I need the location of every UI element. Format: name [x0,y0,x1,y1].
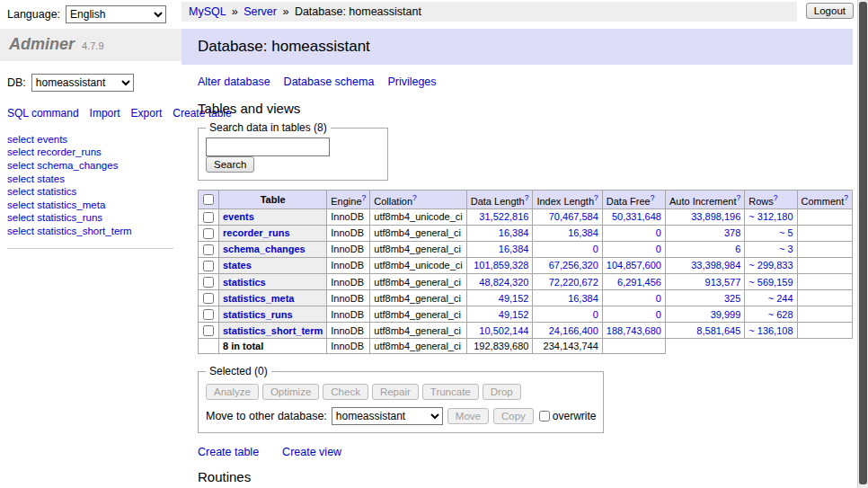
logout-button[interactable]: Logout [806,3,854,19]
data-length-link[interactable]: 48,824,320 [479,277,528,288]
index-length-link[interactable]: 24,166,400 [549,325,598,336]
data-free-link[interactable]: 0 [656,244,661,254]
rows-link[interactable]: ~ 299,833 [748,260,793,271]
breadcrumb-server-link[interactable]: Server [244,5,277,18]
auto-increment-link[interactable]: 378 [724,227,740,238]
row-checkbox[interactable] [203,325,214,336]
scrollbar-thumb[interactable] [859,2,867,484]
overwrite-checkbox[interactable] [539,411,550,421]
sidebar-select-schema-changes-link[interactable]: select schema_changes [7,160,118,171]
check-button[interactable]: Check [323,384,368,400]
analyze-button[interactable]: Analyze [206,384,259,400]
sidebar-select-statistics-link[interactable]: select statistics [7,186,76,197]
help-link[interactable]: ? [362,193,367,202]
data-free-link[interactable]: 0 [656,227,661,238]
vertical-scrollbar[interactable] [857,0,868,488]
row-checkbox[interactable] [203,212,214,223]
create-view-link[interactable]: Create view [282,446,341,458]
sidebar-select-recorder-runs-link[interactable]: select recorder_runs [7,146,102,157]
help-link[interactable]: ? [651,193,655,202]
table-name-link[interactable]: statistics [223,277,266,288]
privileges-link[interactable]: Privileges [387,75,436,88]
language-select[interactable]: English [66,5,166,23]
search-input[interactable] [206,138,330,156]
repair-button[interactable]: Repair [372,384,419,400]
index-length-link[interactable]: 0 [593,244,598,254]
data-free-link[interactable]: 6,291,456 [617,277,661,288]
index-length-link[interactable]: 0 [593,309,598,320]
table-name-link[interactable]: states [223,260,252,271]
adminer-logo-link[interactable]: Adminer [9,35,75,53]
row-checkbox[interactable] [203,228,214,239]
alter-database-link[interactable]: Alter database [198,75,270,88]
optimize-button[interactable]: Optimize [262,384,319,400]
row-checkbox[interactable] [203,293,214,304]
help-link[interactable]: ? [774,193,778,202]
data-length-link[interactable]: 10,502,144 [479,325,528,336]
rows-link[interactable]: ~ 312,180 [748,211,793,222]
rows-link[interactable]: ~ 244 [768,293,793,304]
help-link[interactable]: ? [412,193,417,202]
sidebar-link-sql-command[interactable]: SQL command [7,107,79,120]
truncate-button[interactable]: Truncate [422,384,479,400]
sidebar-select-events-link[interactable]: select events [7,134,67,145]
table-name-link[interactable]: statistics_short_term [223,325,323,336]
create-table-link[interactable]: Create table [198,446,259,458]
data-free-link[interactable]: 50,331,648 [612,211,661,222]
data-length-link[interactable]: 31,522,816 [479,211,528,222]
overwrite-option[interactable]: overwrite [538,410,597,422]
auto-increment-link[interactable]: 6 [735,244,740,254]
copy-button[interactable]: Copy [493,408,534,424]
database-schema-link[interactable]: Database schema [284,75,375,88]
auto-increment-link[interactable]: 39,999 [711,309,741,320]
data-length-link[interactable]: 49,152 [499,309,529,320]
rows-link[interactable]: ~ 3 [779,244,793,254]
table-name-link[interactable]: statistics_meta [223,293,295,304]
drop-button[interactable]: Drop [483,384,521,400]
help-link[interactable]: ? [594,193,598,202]
row-checkbox[interactable] [203,309,214,320]
auto-increment-link[interactable]: 8,581,645 [696,325,740,336]
sidebar-select-statistics-short-term-link[interactable]: select statistics_short_term [7,226,132,236]
table-name-link[interactable]: recorder_runs [223,227,290,238]
auto-increment-link[interactable]: 913,577 [705,277,741,288]
help-link[interactable]: ? [525,193,529,202]
row-checkbox[interactable] [203,277,214,288]
table-name-link[interactable]: events [223,211,254,222]
breadcrumb-mysql-link[interactable]: MySQL [189,5,226,18]
table-name-link[interactable]: schema_changes [223,244,306,254]
rows-link[interactable]: ~ 569,159 [748,277,793,288]
row-checkbox[interactable] [203,261,214,271]
search-button[interactable]: Search [206,156,254,173]
sidebar-link-export[interactable]: Export [131,107,163,120]
index-length-link[interactable]: 16,384 [568,227,598,238]
index-length-link[interactable]: 70,467,584 [549,211,598,222]
data-length-link[interactable]: 49,152 [499,293,529,304]
table-name-link[interactable]: statistics_runs [223,309,293,320]
data-free-link[interactable]: 188,743,680 [607,325,661,336]
move-button[interactable]: Move [447,408,489,424]
data-length-link[interactable]: 16,384 [499,244,529,254]
db-select[interactable]: homeassistant [31,74,134,92]
help-link[interactable]: ? [737,193,741,202]
row-checkbox[interactable] [203,244,214,255]
index-length-link[interactable]: 16,384 [568,293,598,304]
index-length-link[interactable]: 67,256,320 [549,260,598,271]
sidebar-select-states-link[interactable]: select states [7,173,65,184]
data-length-link[interactable]: 101,859,328 [474,260,528,271]
rows-link[interactable]: ~ 5 [779,227,793,238]
data-free-link[interactable]: 0 [656,309,661,320]
rows-link[interactable]: ~ 628 [768,309,793,320]
rows-link[interactable]: ~ 136,108 [748,325,793,336]
auto-increment-link[interactable]: 33,398,984 [691,260,740,271]
index-length-link[interactable]: 72,220,672 [549,277,598,288]
sidebar-select-statistics-meta-link[interactable]: select statistics_meta [7,200,105,210]
data-free-link[interactable]: 104,857,600 [607,260,661,271]
auto-increment-link[interactable]: 325 [724,293,740,304]
sidebar-link-import[interactable]: Import [90,107,120,120]
data-length-link[interactable]: 16,384 [499,227,529,238]
move-db-select[interactable]: homeassistant [332,407,443,425]
auto-increment-link[interactable]: 33,898,196 [691,211,740,222]
select-all-checkbox[interactable] [203,194,214,205]
data-free-link[interactable]: 0 [656,293,661,304]
